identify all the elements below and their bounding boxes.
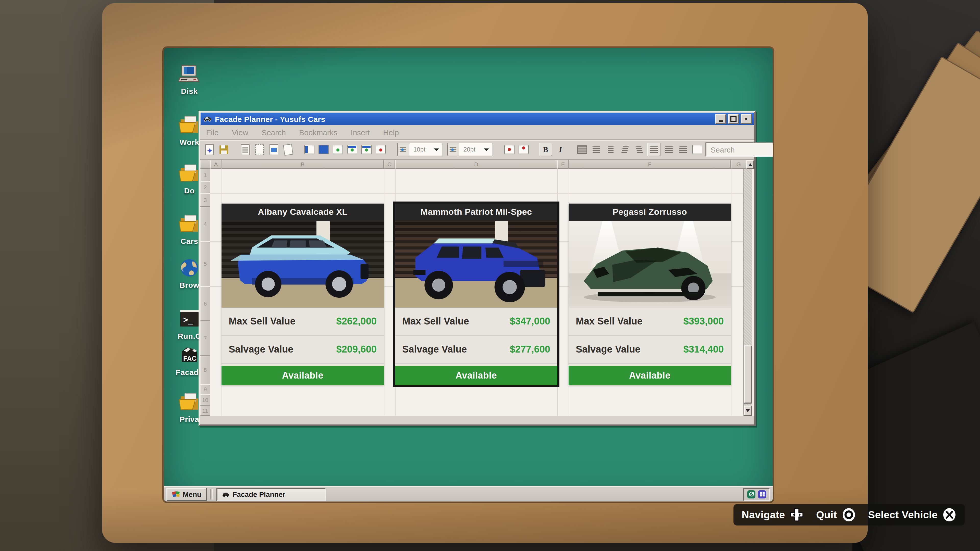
toolbar-separator	[391, 143, 393, 156]
row-header[interactable]: 11	[200, 406, 210, 416]
save-button[interactable]	[218, 143, 230, 156]
document-icon	[241, 144, 249, 155]
new-document-button[interactable]: ✦	[203, 143, 215, 156]
layout-green-button[interactable]	[332, 143, 344, 156]
insert-image-button[interactable]	[267, 143, 280, 156]
line-spacing-button[interactable]	[662, 143, 675, 156]
line-spacing-icon	[665, 146, 673, 153]
salvage-row: Salvage Value $277,600	[395, 336, 557, 364]
menu-bar: File View Search Bookmarks Insert Help	[200, 125, 754, 140]
task-facade-planner[interactable]: Facade Planner	[216, 487, 326, 501]
indent-increase-button[interactable]	[633, 143, 645, 156]
margin-red-left-button[interactable]	[503, 143, 515, 156]
window-titlebar[interactable]: Facade Planner - Yusufs Cars ×	[200, 113, 754, 125]
scrollbar-thumb[interactable]	[744, 345, 752, 403]
font-size-small-combo[interactable]: 10pt	[397, 143, 443, 156]
max-sell-value: $347,000	[510, 316, 550, 327]
column-header-a[interactable]: A	[210, 160, 221, 169]
system-tray	[743, 487, 770, 501]
desktop-icon-disk[interactable]: Disk	[171, 64, 208, 95]
indent-increase-icon	[635, 146, 643, 153]
facade-planner-window: Facade Planner - Yusufs Cars × File View…	[199, 111, 756, 426]
copy-pages-button[interactable]	[282, 143, 294, 156]
row-header[interactable]: 7	[200, 321, 210, 356]
row-header[interactable]: 9	[200, 384, 210, 394]
minimize-button[interactable]	[715, 114, 726, 124]
max-sell-row: Max Sell Value $262,000	[221, 308, 384, 336]
spacing-below-button[interactable]	[677, 143, 689, 156]
network-globe-icon[interactable]	[747, 490, 756, 498]
select-vehicle-label: Select Vehicle	[868, 509, 938, 521]
salvage-value: $277,600	[510, 344, 550, 355]
column-header-c[interactable]: C	[384, 160, 395, 169]
menu-file[interactable]: File	[206, 128, 218, 137]
room-wall-right	[853, 0, 980, 551]
row-header[interactable]: 4	[200, 206, 210, 241]
row-header[interactable]: 6	[200, 286, 210, 321]
vertical-scrollbar[interactable]	[743, 169, 752, 416]
menu-insert[interactable]: Insert	[351, 128, 370, 137]
menu-button-label: Menu	[183, 490, 201, 498]
maximize-button[interactable]	[728, 114, 739, 124]
column-header-d[interactable]: D	[395, 160, 557, 169]
column-header-b[interactable]: B	[221, 160, 384, 169]
task-label: Facade Planner	[232, 490, 285, 498]
align-left-button[interactable]	[590, 143, 602, 156]
bold-button[interactable]: B	[539, 143, 552, 156]
column-header-g[interactable]: G	[731, 160, 746, 169]
open-document-button[interactable]	[239, 143, 251, 156]
window-title: Facade Planner - Yusufs Cars	[215, 114, 714, 123]
navigate-label: Navigate	[741, 509, 785, 521]
paragraph-style-button[interactable]	[576, 143, 588, 156]
scroll-down-button[interactable]	[744, 406, 752, 416]
align-center-button[interactable]	[605, 143, 617, 156]
column-header-e[interactable]: E	[557, 160, 569, 169]
row-header[interactable]: 5	[200, 241, 210, 286]
folder-icon	[178, 392, 201, 412]
start-menu-button[interactable]: Menu	[166, 487, 207, 501]
window-grid-icon[interactable]	[758, 490, 766, 498]
scrollbar-track[interactable]	[744, 169, 752, 406]
italic-button[interactable]: I	[554, 143, 566, 156]
vehicle-card-zorrusso[interactable]: Pegassi Zorrusso	[569, 203, 731, 385]
scene: Disk Work Do Cars Brow >_ Run.C	[0, 0, 980, 551]
column-header-f[interactable]: F	[569, 160, 731, 169]
search-input[interactable]	[710, 144, 773, 154]
vehicle-card-patriot-selected[interactable]: Mammoth Patriot Mil-Spec	[395, 203, 557, 385]
vehicle-card-cavalcade[interactable]: Albany Cavalcade XL	[221, 203, 384, 385]
corner-cell[interactable]	[200, 160, 210, 169]
indent-decrease-button[interactable]	[619, 143, 631, 156]
font-size-large-combo[interactable]: 20pt	[447, 143, 493, 156]
menu-help[interactable]: Help	[383, 128, 399, 137]
row-header[interactable]: 1	[200, 169, 210, 181]
menu-view[interactable]: View	[232, 128, 248, 137]
facade-app-icon: FAC	[178, 345, 201, 365]
close-button[interactable]: ×	[741, 114, 752, 124]
layout-red-button[interactable]	[375, 143, 387, 156]
layout-top-green-button[interactable]	[346, 143, 358, 156]
row-header[interactable]: 3	[200, 193, 210, 206]
folder-icon	[178, 115, 201, 135]
layout-top-green2-button[interactable]	[360, 143, 372, 156]
menu-search[interactable]: Search	[262, 128, 286, 137]
line-spacing-icon	[448, 143, 460, 156]
menu-bookmarks[interactable]: Bookmarks	[299, 128, 337, 137]
supercar-illustration	[569, 221, 731, 308]
toolbar-separator	[570, 143, 572, 156]
scroll-up-button[interactable]	[746, 160, 754, 169]
row-header[interactable]: 2	[200, 181, 210, 193]
row-header[interactable]: 8	[200, 356, 210, 384]
row-header[interactable]: 10	[200, 394, 210, 406]
page-outline-button[interactable]	[253, 143, 266, 156]
justify-button[interactable]	[647, 143, 660, 156]
salvage-value: $209,600	[336, 344, 377, 355]
margin-red-top-button[interactable]	[517, 143, 530, 156]
controller-hud: Navigate Quit Select Vehicle	[733, 504, 965, 526]
page-break-button[interactable]	[691, 143, 703, 156]
layout-full-button[interactable]	[318, 143, 330, 156]
column-header-row: A B C D E F G	[200, 160, 754, 169]
max-sell-label: Max Sell Value	[402, 316, 469, 327]
layout-left-pane-button[interactable]	[303, 143, 315, 156]
svg-text:>_: >_	[183, 315, 193, 324]
window-red-dot-icon	[375, 145, 386, 154]
